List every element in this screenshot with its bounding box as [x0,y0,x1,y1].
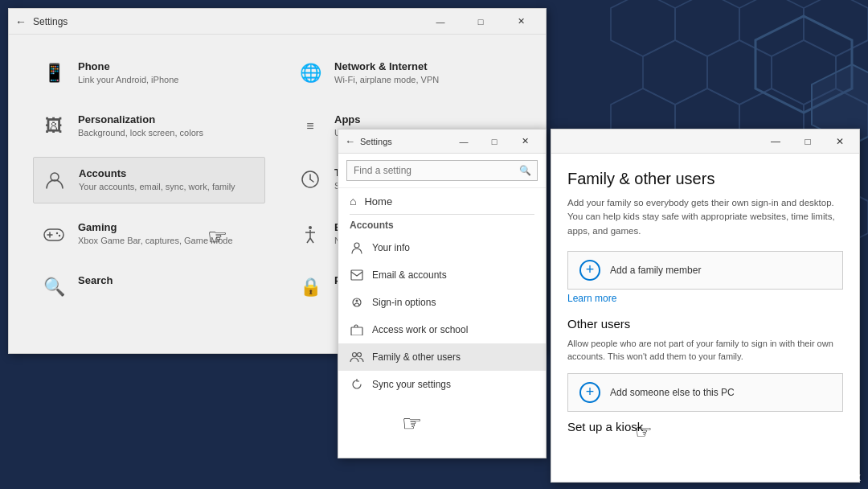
gaming-title: Gaming [78,221,257,233]
other-users-desc: Allow people who are not part of your fa… [567,337,843,364]
accounts-nav-your-info[interactable]: Your info [338,234,546,261]
search-wrapper: 🔍 [346,160,538,181]
accounts-close[interactable]: ✕ [510,130,539,153]
work-label: Access work or school [372,324,468,335]
accounts-nav-work[interactable]: Access work or school [338,316,546,343]
gaming-subtitle: Xbox Game Bar, captures, Game Mode [78,235,257,246]
gaming-icon [41,221,67,247]
accounts-title: Accounts [79,167,256,179]
settings-item-accounts[interactable]: Accounts Your accounts, email, sync, wor… [33,157,265,203]
svg-rect-18 [351,270,362,280]
accounts-title-left: ← Settings [345,135,392,147]
svg-line-6 [310,179,313,182]
svg-marker-0 [563,0,643,64]
search-magnifier-icon: 🔍 [519,165,531,176]
add-family-plus-icon: + [579,260,600,281]
network-title: Network & Internet [334,60,514,72]
search-icon: 🔍 [41,274,67,300]
accounts-back-button[interactable]: ← [345,135,355,147]
email-icon [350,268,364,282]
family-close[interactable]: ✕ [824,130,856,153]
privacy-icon: 🔒 [297,274,323,300]
svg-rect-21 [351,327,362,335]
family-content: Family & other users Add your family so … [551,154,859,482]
home-label: Home [364,195,392,208]
network-icon: 🌐 [297,60,323,86]
accounts-nav-email[interactable]: Email & accounts [338,261,546,289]
accounts-text: Accounts Your accounts, email, sync, wor… [79,167,256,192]
accounts-minimize[interactable]: — [449,130,478,153]
your-info-icon [350,240,364,255]
add-family-label: Add a family member [610,265,701,276]
back-button[interactable]: ← [15,15,27,28]
add-someone-label: Add someone else to this PC [610,387,735,398]
family-panel-title: Family & other users [567,170,843,188]
family-icon [350,350,364,364]
phone-title: Phone [78,60,257,72]
family-label: Family & other users [372,351,461,363]
svg-point-10 [56,232,58,234]
accounts-nav-family[interactable]: Family & other users [338,343,546,371]
family-minimize[interactable]: — [760,130,792,153]
personalization-text: Personalization Background, lock screen,… [78,113,257,138]
close-button[interactable]: ✕ [502,9,539,35]
phone-text: Phone Link your Android, iPhone [78,60,257,85]
setup-kiosk-heading: Set up a kiosk [567,420,843,434]
phone-subtitle: Link your Android, iPhone [78,74,257,85]
minimize-button[interactable]: — [422,9,459,35]
family-maximize[interactable]: □ [792,130,824,153]
network-text: Network & Internet Wi-Fi, airplane mode,… [334,60,514,85]
your-info-label: Your info [372,242,410,253]
search-title: Search [78,274,257,286]
other-users-heading: Other users [567,317,843,331]
accounts-window-title: Settings [360,137,392,146]
personalization-title: Personalization [78,113,257,125]
accounts-maximize[interactable]: □ [480,130,509,153]
accounts-window-controls: — □ ✕ [449,130,539,153]
gaming-text: Gaming Xbox Game Bar, captures, Game Mod… [78,221,257,246]
personalization-icon: 🖼 [41,113,67,139]
signin-icon [350,295,364,310]
svg-point-23 [358,353,362,357]
email-label: Email & accounts [372,269,447,281]
svg-point-22 [353,353,357,357]
add-someone-button[interactable]: + Add someone else to this PC [567,373,843,412]
apps-icon: ≡ [297,113,323,139]
settings-item-gaming[interactable]: Gaming Xbox Game Bar, captures, Game Mod… [33,212,265,257]
accounts-search-input[interactable] [346,160,538,181]
main-titlebar: ← Settings — □ ✕ [9,9,546,35]
phone-icon: 📱 [41,60,67,86]
learn-more-link[interactable]: Learn more [567,293,843,304]
signin-label: Sign-in options [372,297,436,308]
watermark: UGOTFIX [817,473,862,483]
home-icon: ⌂ [350,195,356,208]
work-icon [350,323,364,337]
accounts-icon [42,167,68,193]
settings-item-network[interactable]: 🌐 Network & Internet Wi-Fi, airplane mod… [289,51,522,96]
maximize-button[interactable]: □ [462,9,499,35]
svg-point-11 [59,235,60,236]
accounts-titlebar: ← Settings — □ ✕ [338,129,546,154]
accounts-search-area: 🔍 [338,154,546,188]
sync-icon [350,377,364,392]
family-panel-desc: Add your family so everybody gets their … [567,196,843,238]
svg-line-15 [307,238,310,243]
svg-point-12 [309,226,312,229]
accounts-nav-sync[interactable]: Sync your settings [338,371,546,398]
add-someone-plus-icon: + [579,382,600,403]
network-subtitle: Wi-Fi, airplane mode, VPN [334,74,514,85]
titlebar-left: ← Settings [15,15,68,28]
add-family-button[interactable]: + Add a family member [567,251,843,290]
family-panel: — □ ✕ Family & other users Add your fami… [551,129,860,483]
svg-point-20 [356,300,358,302]
accounts-settings-window: ← Settings — □ ✕ 🔍 ⌂ Home Accounts Your … [338,129,547,458]
accounts-nav-signin[interactable]: Sign-in options [338,289,546,316]
ease-icon [297,221,323,247]
settings-item-phone[interactable]: 📱 Phone Link your Android, iPhone [33,51,265,96]
home-nav-item[interactable]: ⌂ Home [338,188,546,214]
settings-item-personalization[interactable]: 🖼 Personalization Background, lock scree… [33,104,265,149]
accounts-subtitle: Your accounts, email, sync, work, family [79,181,256,192]
sync-label: Sync your settings [372,379,451,390]
search-text: Search [78,274,257,286]
settings-item-search[interactable]: 🔍 Search [33,265,265,310]
